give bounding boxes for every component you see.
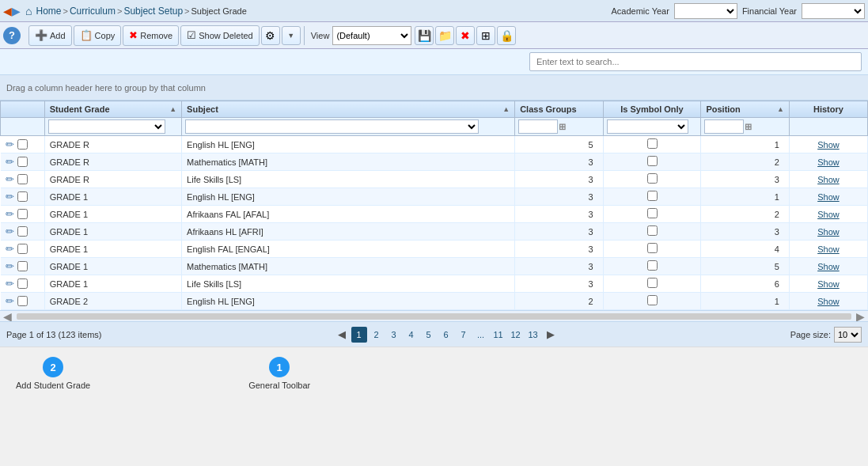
history-show-link-5[interactable]: Show bbox=[817, 227, 840, 237]
back-icon[interactable]: ◀ bbox=[3, 5, 12, 17]
delete-icon-btn[interactable]: ✖ bbox=[456, 26, 475, 45]
page-next-icon[interactable]: ▶ bbox=[543, 327, 559, 343]
edit-icon-9[interactable]: ✏ bbox=[6, 295, 14, 307]
is-symbol-checkbox-6[interactable] bbox=[647, 243, 658, 253]
page-3[interactable]: 3 bbox=[386, 327, 402, 343]
scroll-left-icon[interactable]: ◀ bbox=[0, 310, 15, 321]
table-header-row: Student Grade ▲ Subject ▲ Class Groups bbox=[1, 101, 868, 118]
edit-icon-8[interactable]: ✏ bbox=[6, 278, 14, 290]
is-symbol-checkbox-9[interactable] bbox=[647, 295, 658, 305]
grid-icon-btn[interactable]: ⊞ bbox=[476, 26, 495, 45]
sort-position-icon[interactable]: ▲ bbox=[777, 105, 784, 113]
row-checkbox-7[interactable] bbox=[17, 261, 28, 271]
position-filter-icon[interactable]: ⊞ bbox=[745, 122, 752, 132]
help-button[interactable]: ? bbox=[3, 27, 21, 44]
is-symbol-filter-select[interactable] bbox=[607, 119, 688, 134]
is-symbol-checkbox-7[interactable] bbox=[647, 260, 658, 271]
dropdown-btn[interactable]: ▼ bbox=[282, 26, 301, 45]
hscroll-bar[interactable]: ◀ ▶ bbox=[0, 310, 868, 321]
page-7[interactable]: 7 bbox=[456, 327, 472, 343]
breadcrumb-curriculum[interactable]: Curriculum bbox=[70, 6, 116, 17]
is-symbol-checkbox-0[interactable] bbox=[647, 138, 658, 149]
class-groups-filter-icon[interactable]: ⊞ bbox=[559, 122, 566, 132]
edit-icon-1[interactable]: ✏ bbox=[6, 156, 14, 168]
scroll-right-icon[interactable]: ▶ bbox=[853, 310, 868, 321]
breadcrumb-subject-setup[interactable]: Subject Setup bbox=[123, 6, 183, 17]
cell-subject-4: Afrikaans FAL [AFAL] bbox=[182, 206, 515, 223]
history-show-link-6[interactable]: Show bbox=[817, 244, 840, 254]
page-12[interactable]: 12 bbox=[508, 327, 524, 343]
row-checkbox-2[interactable] bbox=[17, 174, 28, 184]
history-show-link-9[interactable]: Show bbox=[817, 297, 840, 306]
row-checkbox-1[interactable] bbox=[17, 157, 28, 167]
row-checkbox-5[interactable] bbox=[17, 226, 28, 237]
row-checkbox-3[interactable] bbox=[17, 191, 28, 202]
breadcrumb-home[interactable]: Home bbox=[36, 6, 61, 17]
history-show-link-7[interactable]: Show bbox=[817, 262, 840, 271]
is-symbol-checkbox-3[interactable] bbox=[647, 191, 658, 201]
forward-icon[interactable]: ▶ bbox=[12, 5, 21, 17]
save-icon-btn[interactable]: 💾 bbox=[415, 26, 434, 45]
class-groups-filter-input[interactable] bbox=[518, 119, 558, 134]
page-5[interactable]: 5 bbox=[421, 327, 437, 343]
page-6[interactable]: 6 bbox=[438, 327, 454, 343]
col-student-grade-header[interactable]: Student Grade ▲ bbox=[44, 101, 181, 118]
edit-icon-5[interactable]: ✏ bbox=[6, 225, 14, 237]
position-filter-input[interactable] bbox=[704, 119, 744, 134]
history-show-link-4[interactable]: Show bbox=[817, 210, 840, 219]
col-class-groups-header[interactable]: Class Groups bbox=[515, 101, 603, 118]
history-show-link-3[interactable]: Show bbox=[817, 192, 840, 202]
col-position-header[interactable]: Position ▲ bbox=[701, 101, 789, 118]
history-show-link-2[interactable]: Show bbox=[817, 175, 840, 184]
row-checkbox-4[interactable] bbox=[17, 209, 28, 219]
edit-icon-6[interactable]: ✏ bbox=[6, 243, 14, 255]
cell-history-3: Show bbox=[789, 188, 867, 206]
search-input[interactable] bbox=[529, 52, 862, 71]
row-checkbox-6[interactable] bbox=[17, 244, 28, 254]
add-icon: ➕ bbox=[35, 29, 47, 41]
student-grade-filter-select[interactable] bbox=[48, 119, 165, 134]
copy-button[interactable]: 📋 Copy bbox=[74, 25, 122, 46]
page-13[interactable]: 13 bbox=[525, 327, 541, 343]
remove-button[interactable]: ✖ Remove bbox=[123, 25, 179, 46]
page-11[interactable]: 11 bbox=[491, 327, 506, 343]
history-show-link-1[interactable]: Show bbox=[817, 157, 840, 167]
edit-icon-4[interactable]: ✏ bbox=[6, 208, 14, 220]
page-size-select[interactable]: 10 25 50 bbox=[834, 327, 862, 343]
row-checkbox-8[interactable] bbox=[17, 278, 28, 289]
edit-icon-7[interactable]: ✏ bbox=[6, 260, 14, 272]
history-show-link-0[interactable]: Show bbox=[817, 140, 840, 150]
page-2[interactable]: 2 bbox=[369, 327, 385, 343]
row-checkbox-9[interactable] bbox=[17, 296, 28, 306]
sort-subject-icon[interactable]: ▲ bbox=[502, 105, 510, 113]
add-button[interactable]: ➕ Add bbox=[28, 25, 72, 46]
is-symbol-checkbox-2[interactable] bbox=[647, 173, 658, 184]
cell-subject-0: English HL [ENG] bbox=[182, 136, 515, 153]
page-prev-icon[interactable]: ◀ bbox=[334, 327, 350, 343]
is-symbol-checkbox-5[interactable] bbox=[647, 225, 658, 236]
academic-year-select[interactable] bbox=[674, 3, 737, 19]
row-checkbox-0[interactable] bbox=[17, 139, 28, 150]
folder-icon-btn[interactable]: 📁 bbox=[435, 26, 454, 45]
edit-icon-0[interactable]: ✏ bbox=[6, 138, 14, 150]
view-select[interactable]: (Default) bbox=[332, 26, 411, 45]
show-deleted-button[interactable]: ☑ Show Deleted bbox=[180, 25, 260, 46]
edit-icon-3[interactable]: ✏ bbox=[6, 191, 14, 203]
lock-icon-btn[interactable]: 🔒 bbox=[497, 26, 516, 45]
page-4[interactable]: 4 bbox=[404, 327, 419, 343]
edit-icon-2[interactable]: ✏ bbox=[6, 173, 14, 185]
col-is-symbol-header[interactable]: Is Symbol Only bbox=[603, 101, 701, 118]
subject-filter-select[interactable] bbox=[185, 119, 479, 134]
financial-year-select[interactable] bbox=[802, 3, 865, 19]
col-subject-header[interactable]: Subject ▲ bbox=[182, 101, 515, 118]
cell-student-grade-2: GRADE R bbox=[44, 171, 181, 188]
is-symbol-checkbox-1[interactable] bbox=[647, 156, 658, 166]
extra-icon-btn[interactable]: ⚙ bbox=[261, 26, 280, 45]
tooltip-general-toolbar: 1 General Toolbar bbox=[248, 357, 310, 390]
history-show-link-8[interactable]: Show bbox=[817, 279, 840, 289]
sort-student-grade-icon[interactable]: ▲ bbox=[169, 105, 176, 113]
is-symbol-checkbox-8[interactable] bbox=[647, 278, 658, 288]
page-1[interactable]: 1 bbox=[351, 327, 367, 343]
is-symbol-checkbox-4[interactable] bbox=[647, 208, 658, 218]
cell-student-grade-0: GRADE R bbox=[44, 136, 181, 153]
